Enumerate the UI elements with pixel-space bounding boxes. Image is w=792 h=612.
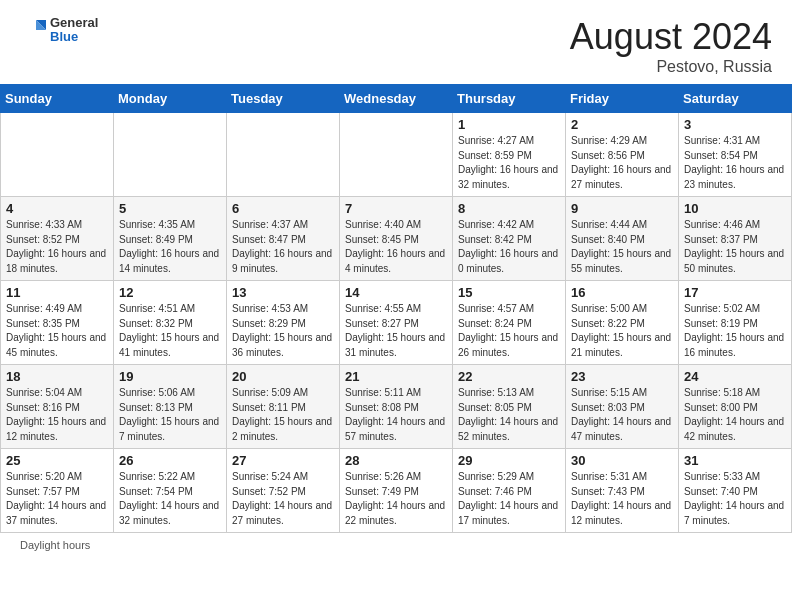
calendar-day-cell: 2Sunrise: 4:29 AMSunset: 8:56 PMDaylight…: [566, 113, 679, 197]
day-info: Sunrise: 4:49 AMSunset: 8:35 PMDaylight:…: [6, 302, 108, 360]
month-year: August 2024: [570, 16, 772, 58]
day-number: 2: [571, 117, 673, 132]
day-info: Sunrise: 4:51 AMSunset: 8:32 PMDaylight:…: [119, 302, 221, 360]
day-info: Sunrise: 5:11 AMSunset: 8:08 PMDaylight:…: [345, 386, 447, 444]
calendar-week-row: 4Sunrise: 4:33 AMSunset: 8:52 PMDaylight…: [1, 197, 792, 281]
day-info: Sunrise: 4:31 AMSunset: 8:54 PMDaylight:…: [684, 134, 786, 192]
day-number: 17: [684, 285, 786, 300]
calendar-day-cell: 7Sunrise: 4:40 AMSunset: 8:45 PMDaylight…: [340, 197, 453, 281]
calendar-day-cell: [1, 113, 114, 197]
calendar-header-monday: Monday: [114, 85, 227, 113]
day-info: Sunrise: 4:40 AMSunset: 8:45 PMDaylight:…: [345, 218, 447, 276]
calendar-day-cell: 24Sunrise: 5:18 AMSunset: 8:00 PMDayligh…: [679, 365, 792, 449]
title-block: August 2024 Pestovo, Russia: [570, 16, 772, 76]
calendar-day-cell: 4Sunrise: 4:33 AMSunset: 8:52 PMDaylight…: [1, 197, 114, 281]
calendar-day-cell: 8Sunrise: 4:42 AMSunset: 8:42 PMDaylight…: [453, 197, 566, 281]
calendar-week-row: 1Sunrise: 4:27 AMSunset: 8:59 PMDaylight…: [1, 113, 792, 197]
day-info: Sunrise: 5:06 AMSunset: 8:13 PMDaylight:…: [119, 386, 221, 444]
day-info: Sunrise: 5:13 AMSunset: 8:05 PMDaylight:…: [458, 386, 560, 444]
calendar-header-thursday: Thursday: [453, 85, 566, 113]
day-number: 15: [458, 285, 560, 300]
day-number: 9: [571, 201, 673, 216]
calendar-day-cell: 12Sunrise: 4:51 AMSunset: 8:32 PMDayligh…: [114, 281, 227, 365]
day-info: Sunrise: 5:09 AMSunset: 8:11 PMDaylight:…: [232, 386, 334, 444]
day-info: Sunrise: 4:42 AMSunset: 8:42 PMDaylight:…: [458, 218, 560, 276]
calendar-day-cell: 29Sunrise: 5:29 AMSunset: 7:46 PMDayligh…: [453, 449, 566, 533]
day-number: 14: [345, 285, 447, 300]
calendar-header-wednesday: Wednesday: [340, 85, 453, 113]
calendar-day-cell: 9Sunrise: 4:44 AMSunset: 8:40 PMDaylight…: [566, 197, 679, 281]
day-number: 1: [458, 117, 560, 132]
calendar-day-cell: 3Sunrise: 4:31 AMSunset: 8:54 PMDaylight…: [679, 113, 792, 197]
calendar-day-cell: 17Sunrise: 5:02 AMSunset: 8:19 PMDayligh…: [679, 281, 792, 365]
calendar-header-saturday: Saturday: [679, 85, 792, 113]
day-info: Sunrise: 5:29 AMSunset: 7:46 PMDaylight:…: [458, 470, 560, 528]
day-number: 19: [119, 369, 221, 384]
day-number: 5: [119, 201, 221, 216]
calendar-day-cell: 21Sunrise: 5:11 AMSunset: 8:08 PMDayligh…: [340, 365, 453, 449]
calendar-day-cell: 16Sunrise: 5:00 AMSunset: 8:22 PMDayligh…: [566, 281, 679, 365]
calendar-day-cell: 22Sunrise: 5:13 AMSunset: 8:05 PMDayligh…: [453, 365, 566, 449]
calendar-day-cell: 27Sunrise: 5:24 AMSunset: 7:52 PMDayligh…: [227, 449, 340, 533]
day-info: Sunrise: 4:37 AMSunset: 8:47 PMDaylight:…: [232, 218, 334, 276]
calendar-day-cell: 23Sunrise: 5:15 AMSunset: 8:03 PMDayligh…: [566, 365, 679, 449]
calendar-day-cell: 30Sunrise: 5:31 AMSunset: 7:43 PMDayligh…: [566, 449, 679, 533]
day-number: 20: [232, 369, 334, 384]
calendar-day-cell: 18Sunrise: 5:04 AMSunset: 8:16 PMDayligh…: [1, 365, 114, 449]
calendar-day-cell: 26Sunrise: 5:22 AMSunset: 7:54 PMDayligh…: [114, 449, 227, 533]
day-number: 23: [571, 369, 673, 384]
calendar-day-cell: 31Sunrise: 5:33 AMSunset: 7:40 PMDayligh…: [679, 449, 792, 533]
day-number: 30: [571, 453, 673, 468]
calendar-header-row: SundayMondayTuesdayWednesdayThursdayFrid…: [1, 85, 792, 113]
calendar-day-cell: [340, 113, 453, 197]
calendar-header-tuesday: Tuesday: [227, 85, 340, 113]
logo-icon: [20, 16, 48, 44]
day-info: Sunrise: 4:27 AMSunset: 8:59 PMDaylight:…: [458, 134, 560, 192]
day-number: 8: [458, 201, 560, 216]
day-number: 16: [571, 285, 673, 300]
logo: General Blue: [20, 16, 98, 45]
day-number: 29: [458, 453, 560, 468]
calendar-day-cell: 11Sunrise: 4:49 AMSunset: 8:35 PMDayligh…: [1, 281, 114, 365]
day-info: Sunrise: 4:35 AMSunset: 8:49 PMDaylight:…: [119, 218, 221, 276]
day-info: Sunrise: 5:00 AMSunset: 8:22 PMDaylight:…: [571, 302, 673, 360]
day-number: 10: [684, 201, 786, 216]
location: Pestovo, Russia: [570, 58, 772, 76]
calendar-day-cell: 19Sunrise: 5:06 AMSunset: 8:13 PMDayligh…: [114, 365, 227, 449]
calendar-day-cell: 6Sunrise: 4:37 AMSunset: 8:47 PMDaylight…: [227, 197, 340, 281]
calendar-day-cell: 13Sunrise: 4:53 AMSunset: 8:29 PMDayligh…: [227, 281, 340, 365]
day-number: 18: [6, 369, 108, 384]
day-info: Sunrise: 5:31 AMSunset: 7:43 PMDaylight:…: [571, 470, 673, 528]
footer: Daylight hours: [0, 533, 792, 557]
day-info: Sunrise: 4:44 AMSunset: 8:40 PMDaylight:…: [571, 218, 673, 276]
calendar-day-cell: [114, 113, 227, 197]
logo-blue: Blue: [50, 30, 98, 44]
day-number: 21: [345, 369, 447, 384]
day-number: 27: [232, 453, 334, 468]
day-info: Sunrise: 4:55 AMSunset: 8:27 PMDaylight:…: [345, 302, 447, 360]
day-info: Sunrise: 5:02 AMSunset: 8:19 PMDaylight:…: [684, 302, 786, 360]
day-info: Sunrise: 5:18 AMSunset: 8:00 PMDaylight:…: [684, 386, 786, 444]
calendar-day-cell: 5Sunrise: 4:35 AMSunset: 8:49 PMDaylight…: [114, 197, 227, 281]
calendar-day-cell: 14Sunrise: 4:55 AMSunset: 8:27 PMDayligh…: [340, 281, 453, 365]
day-info: Sunrise: 5:22 AMSunset: 7:54 PMDaylight:…: [119, 470, 221, 528]
calendar-header-sunday: Sunday: [1, 85, 114, 113]
day-info: Sunrise: 5:20 AMSunset: 7:57 PMDaylight:…: [6, 470, 108, 528]
day-number: 26: [119, 453, 221, 468]
calendar-day-cell: 25Sunrise: 5:20 AMSunset: 7:57 PMDayligh…: [1, 449, 114, 533]
day-number: 28: [345, 453, 447, 468]
calendar-day-cell: 15Sunrise: 4:57 AMSunset: 8:24 PMDayligh…: [453, 281, 566, 365]
calendar-week-row: 25Sunrise: 5:20 AMSunset: 7:57 PMDayligh…: [1, 449, 792, 533]
calendar-header-friday: Friday: [566, 85, 679, 113]
calendar-day-cell: [227, 113, 340, 197]
day-info: Sunrise: 4:29 AMSunset: 8:56 PMDaylight:…: [571, 134, 673, 192]
header: General Blue August 2024 Pestovo, Russia: [0, 0, 792, 84]
day-info: Sunrise: 5:24 AMSunset: 7:52 PMDaylight:…: [232, 470, 334, 528]
day-number: 4: [6, 201, 108, 216]
day-info: Sunrise: 4:53 AMSunset: 8:29 PMDaylight:…: [232, 302, 334, 360]
day-number: 22: [458, 369, 560, 384]
day-number: 12: [119, 285, 221, 300]
day-number: 11: [6, 285, 108, 300]
calendar-week-row: 11Sunrise: 4:49 AMSunset: 8:35 PMDayligh…: [1, 281, 792, 365]
day-number: 31: [684, 453, 786, 468]
